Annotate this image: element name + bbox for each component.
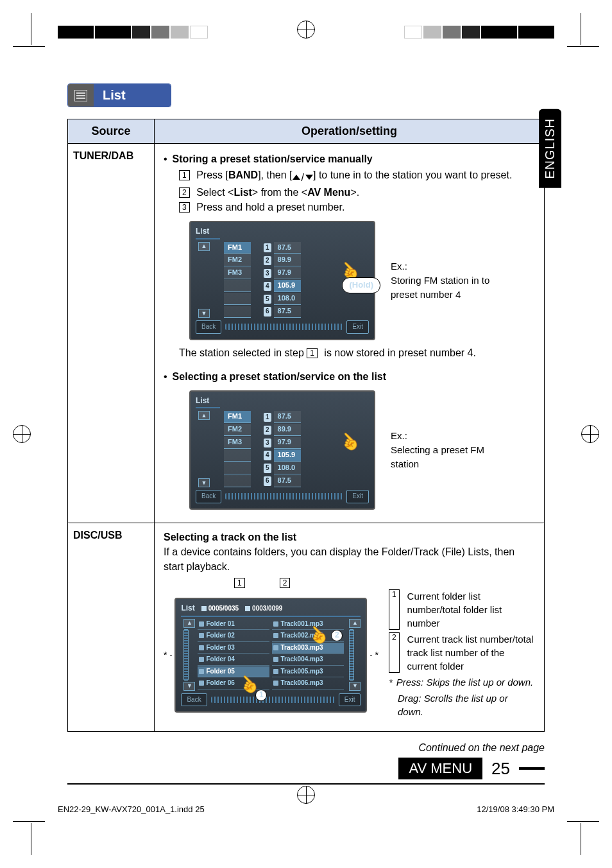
print-metadata: EN22-29_KW-AVX720_001A_1.indd 25 12/19/0…: [58, 804, 554, 814]
bullet-icon: •: [164, 152, 167, 166]
list-item: 397.9: [264, 267, 301, 279]
list-item: FM2: [224, 254, 251, 266]
callout-number-icon: 2: [280, 578, 291, 588]
registration-mark-icon: [297, 786, 315, 804]
crop-mark-icon: [13, 821, 45, 822]
bullet-icon: •: [164, 369, 167, 384]
col-header-source: Source: [68, 119, 155, 144]
list-item: Folder 05: [198, 666, 269, 678]
list-icon: [68, 84, 94, 107]
back-button: Back: [196, 320, 221, 334]
print-file: EN22-29_KW-AVX720_001A_1.indd 25: [58, 804, 205, 814]
notes: 1 Current folder list number/total folde…: [389, 589, 535, 721]
subsection-title: Selecting a preset station/service on th…: [173, 369, 386, 384]
registration-mark-icon: [581, 425, 599, 443]
scroll-down-icon: ▼: [183, 682, 195, 691]
folder-icon: [199, 657, 204, 662]
list-item: FM3: [224, 267, 251, 279]
screen-title: List: [196, 395, 220, 408]
track-counter: 0003/0099: [245, 604, 282, 614]
scroll-up-icon: ▲: [198, 411, 210, 420]
list-item: Track006.mp3: [272, 678, 344, 690]
list-item: Folder 02: [198, 630, 269, 642]
list-item: [224, 475, 251, 487]
example-caption: Ex.: Storing FM station in to preset num…: [391, 259, 513, 301]
list-item: 289.9: [264, 424, 301, 436]
file-icon: [273, 681, 278, 686]
continued-label: Continued on the next page: [67, 742, 545, 754]
up-down-icon: /: [293, 170, 313, 185]
language-tab: ENGLISH: [539, 109, 561, 188]
crop-mark-icon: [31, 13, 31, 45]
list-item: 5108.0: [264, 462, 301, 474]
registration-mark-icon: [297, 21, 315, 39]
list-item: 4105.9: [264, 449, 301, 462]
step-line: 3 Press and hold a preset number.: [179, 200, 535, 214]
registration-mark-icon: [13, 425, 31, 443]
list-item: 397.9: [264, 437, 301, 449]
list-item: [224, 293, 251, 305]
star-marker: *: [389, 675, 393, 689]
page-number: 25: [491, 759, 510, 779]
crop-mark-icon: [581, 823, 581, 855]
back-button: Back: [196, 490, 221, 503]
scroll-up-icon: ▲: [349, 619, 361, 628]
section-header-label: List: [94, 84, 171, 107]
color-bars-icon: [58, 26, 208, 39]
operation-table: Source Operation/setting TUNER/DAB • Sto…: [67, 119, 545, 732]
scroll-bar-icon: [349, 629, 354, 681]
list-item: Track003.mp3: [272, 643, 344, 654]
list-item: FM1: [224, 242, 251, 254]
folder-icon: [199, 681, 204, 686]
list-item: 687.5: [264, 475, 301, 487]
callout-number-icon: 2: [389, 632, 400, 673]
folder-icon: [199, 645, 204, 650]
col-header-operation: Operation/setting: [155, 119, 545, 144]
scroll-down-icon: ▼: [349, 682, 361, 691]
crop-mark-icon: [31, 823, 31, 855]
file-icon: [273, 645, 278, 650]
step-number-icon: 1: [179, 170, 190, 180]
list-item: 687.5: [264, 306, 301, 318]
screen-title: List: [181, 603, 194, 614]
lead-text: If a device contains folders, you can di…: [164, 544, 535, 574]
list-item: 5108.0: [264, 293, 301, 305]
device-screenshot: List ▲ ▼ FM1 FM2 FM3: [189, 390, 375, 510]
folder-icon: [199, 621, 204, 627]
subsection-title: Selecting a track on the list: [164, 530, 535, 544]
slider-icon: [225, 324, 343, 330]
list-item: [224, 306, 251, 318]
av-menu-label: AV MENU: [398, 758, 482, 779]
scroll-down-icon: ▼: [198, 309, 210, 318]
file-icon: [273, 621, 278, 627]
print-timestamp: 12/19/08 3:49:30 PM: [477, 804, 554, 814]
device-screenshot: List ▲ ▼ FM1 FM2 FM3: [189, 221, 375, 340]
list-item: Folder 04: [198, 654, 269, 666]
step-line: 1 Press [BAND], then [ / ] to tune in to…: [179, 168, 535, 185]
list-item: [224, 449, 251, 462]
list-item: [224, 462, 251, 474]
callout-number-icon: 1: [389, 589, 400, 630]
list-item: 187.5: [264, 242, 301, 254]
star-marker: *: [164, 648, 167, 661]
table-row: DISC/USB Selecting a track on the list I…: [68, 523, 545, 732]
rule-icon: [67, 783, 545, 785]
color-bars-icon: [404, 26, 554, 39]
scroll-down-icon: ▼: [198, 478, 210, 487]
exit-button: Exit: [346, 490, 369, 503]
crop-mark-icon: [581, 13, 581, 45]
star-marker: *: [375, 648, 378, 661]
step-line: 2 Select <List> from the <AV Menu>.: [179, 185, 535, 200]
list-item: 187.5: [264, 411, 301, 423]
folder-icon: [199, 669, 204, 674]
scroll-up-icon: ▲: [183, 619, 195, 628]
folder-counter: 0005/0035: [201, 604, 239, 614]
rule-icon: [519, 767, 545, 770]
step-number-icon: 1: [307, 348, 318, 358]
subsection-title: Storing a preset station/service manuall…: [173, 152, 373, 166]
file-icon: [273, 633, 278, 638]
scroll-up-icon: ▲: [198, 242, 210, 251]
section-header-tab: List: [67, 83, 171, 107]
crop-mark-icon: [567, 46, 599, 47]
file-icon: [273, 657, 278, 662]
